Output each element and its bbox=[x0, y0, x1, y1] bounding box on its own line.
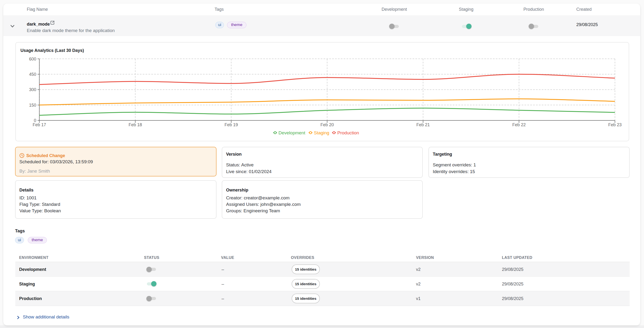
svg-text:Production: Production bbox=[337, 130, 359, 135]
svg-text:300: 300 bbox=[29, 87, 36, 92]
svg-text:Feb 21: Feb 21 bbox=[416, 122, 430, 127]
svg-text:150: 150 bbox=[29, 103, 36, 108]
svg-text:Feb 17: Feb 17 bbox=[32, 122, 46, 127]
svg-text:Staging: Staging bbox=[314, 130, 329, 135]
svg-text:Feb 22: Feb 22 bbox=[512, 122, 526, 127]
svg-text:Feb 20: Feb 20 bbox=[320, 122, 334, 127]
svg-text:Feb 18: Feb 18 bbox=[128, 122, 142, 127]
svg-text:Feb 19: Feb 19 bbox=[224, 122, 238, 127]
svg-text:600: 600 bbox=[29, 57, 36, 61]
svg-text:Development: Development bbox=[278, 130, 306, 135]
svg-text:450: 450 bbox=[29, 72, 36, 77]
svg-text:Feb 23: Feb 23 bbox=[608, 122, 622, 127]
